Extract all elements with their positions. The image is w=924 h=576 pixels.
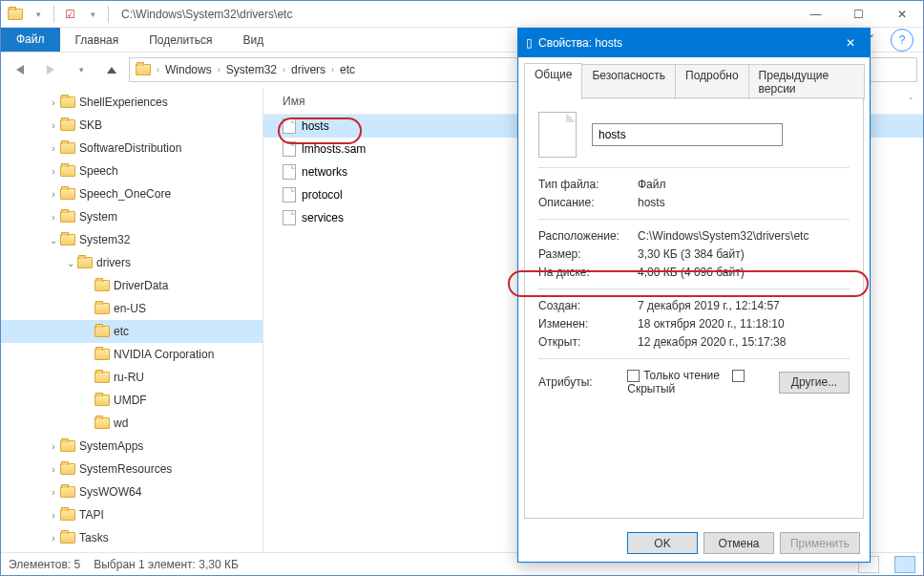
label-opened: Открыт:	[538, 335, 638, 349]
value-disk: 4,00 КБ (4 096 байт)	[638, 266, 745, 279]
tree-item[interactable]: ru-RU	[1, 366, 262, 389]
status-selection: Выбран 1 элемент: 3,30 КБ	[94, 558, 239, 571]
file-icon	[283, 118, 296, 134]
file-type-icon	[538, 112, 577, 158]
tree-item[interactable]: ›SKB	[1, 114, 262, 137]
dialog-body: Тип файла:Файл Описание:hosts Расположен…	[524, 97, 864, 519]
value-opened: 12 декабря 2020 г., 15:17:38	[638, 335, 786, 349]
dialog-close-button[interactable]: ✕	[831, 29, 870, 57]
tree-item[interactable]: ›TAPI	[1, 503, 262, 526]
tab-general[interactable]: Общие	[524, 63, 582, 98]
quick-access-toolbar: ▾ ☑ ▾	[1, 4, 116, 25]
crumb-etc[interactable]: etc	[336, 61, 359, 78]
file-tab[interactable]: Файл	[1, 28, 60, 52]
tree-item[interactable]: NVIDIA Corporation	[1, 343, 262, 366]
value-size: 3,30 КБ (3 384 байт)	[638, 247, 745, 261]
file-icon	[283, 164, 296, 180]
value-created: 7 декабря 2019 г., 12:14:57	[638, 299, 780, 312]
dialog-titlebar: ▯ Свойства: hosts ✕	[518, 29, 870, 57]
tab-home[interactable]: Главная	[60, 30, 135, 51]
properties-dialog: ▯ Свойства: hosts ✕ Общие Безопасность П…	[517, 28, 871, 563]
sort-indicator-icon: ˄	[909, 96, 914, 106]
readonly-label: Только чтение	[643, 369, 720, 382]
tree-item[interactable]: etc	[1, 320, 262, 343]
tree-item[interactable]: ›Tasks	[1, 526, 262, 549]
filename-input[interactable]	[592, 123, 783, 146]
tab-share[interactable]: Поделиться	[134, 30, 227, 51]
value-type: Файл	[638, 178, 666, 191]
value-location: C:\Windows\System32\drivers\etc	[638, 229, 808, 243]
label-modified: Изменен:	[538, 317, 638, 331]
label-desc: Описание:	[538, 196, 638, 209]
file-icon	[283, 187, 296, 203]
crumb-drivers[interactable]: drivers	[287, 61, 329, 78]
crumb-windows[interactable]: Windows	[161, 61, 216, 78]
value-modified: 18 октября 2020 г., 11:18:10	[638, 317, 785, 331]
status-count: Элементов: 5	[9, 558, 80, 571]
tree-item[interactable]: ›SystemApps	[1, 435, 262, 458]
folder-app-icon	[5, 4, 26, 25]
maximize-button[interactable]: ☐	[837, 1, 880, 28]
help-icon[interactable]: ?	[891, 29, 914, 52]
titlebar: ▾ ☑ ▾ C:\Windows\System32\drivers\etc — …	[1, 1, 923, 28]
recent-dropdown[interactable]: ▾	[68, 57, 94, 82]
icons-view-button[interactable]	[894, 556, 915, 573]
label-attributes: Атрибуты:	[538, 375, 627, 389]
tab-previous[interactable]: Предыдущие версии	[748, 64, 865, 99]
dialog-tabs: Общие Безопасность Подробно Предыдущие в…	[518, 57, 870, 98]
tree-item[interactable]: ›SystemResources	[1, 458, 262, 480]
properties-icon[interactable]: ☑	[59, 4, 80, 25]
cancel-button[interactable]: Отмена	[704, 532, 774, 554]
hidden-label: Скрытый	[627, 382, 675, 395]
file-icon: ▯	[526, 36, 533, 50]
tree-item[interactable]: ›System	[1, 205, 262, 228]
dialog-actions: OK Отмена Применить	[518, 524, 870, 562]
tree-item[interactable]: ›Speech	[1, 160, 262, 182]
value-desc: hosts	[638, 196, 665, 209]
tree-item[interactable]: ›SysWOW64	[1, 480, 262, 503]
tree-item[interactable]: ›SoftwareDistribution	[1, 137, 262, 160]
label-type: Тип файла:	[538, 178, 638, 191]
tree-item[interactable]: ›Speech_OneCore	[1, 182, 262, 205]
folder-icon	[136, 64, 151, 75]
tab-details[interactable]: Подробно	[675, 64, 749, 99]
tab-security[interactable]: Безопасность	[581, 64, 676, 99]
tree-item[interactable]: ⌄drivers	[1, 251, 262, 274]
window-title: C:\Windows\System32\drivers\etc	[116, 8, 794, 21]
qat-caret-icon[interactable]: ▾	[82, 4, 103, 25]
qat-dropdown-icon[interactable]: ▾	[28, 4, 49, 25]
label-created: Создан:	[538, 299, 638, 312]
back-button[interactable]	[7, 57, 33, 82]
tree-item[interactable]: en-US	[1, 297, 262, 320]
file-icon	[283, 210, 296, 225]
dialog-title: Свойства: hosts	[538, 36, 622, 50]
tree-item[interactable]: UMDF	[1, 389, 262, 412]
crumb-system32[interactable]: System32	[222, 61, 281, 78]
label-location: Расположение:	[538, 229, 638, 243]
ok-button[interactable]: OK	[627, 532, 698, 554]
tree-item[interactable]: DriverData	[1, 274, 262, 297]
file-icon	[283, 141, 296, 157]
tree-item[interactable]: wd	[1, 412, 262, 435]
hidden-checkbox[interactable]	[732, 370, 745, 382]
up-button[interactable]	[98, 57, 125, 82]
tab-view[interactable]: Вид	[227, 30, 279, 51]
other-attributes-button[interactable]: Другие...	[779, 372, 850, 394]
minimize-button[interactable]: —	[794, 1, 837, 28]
label-disk: На диске:	[538, 266, 638, 279]
tree-item[interactable]: ›ShellExperiences	[1, 91, 262, 114]
tree-item[interactable]: ⌄System32	[1, 228, 262, 251]
forward-button[interactable]	[37, 57, 64, 82]
folder-tree[interactable]: ›ShellExperiences›SKB›SoftwareDistributi…	[1, 87, 263, 552]
readonly-checkbox[interactable]	[627, 370, 640, 382]
label-size: Размер:	[538, 247, 638, 261]
close-button[interactable]: ✕	[880, 1, 923, 28]
apply-button[interactable]: Применить	[780, 532, 860, 554]
